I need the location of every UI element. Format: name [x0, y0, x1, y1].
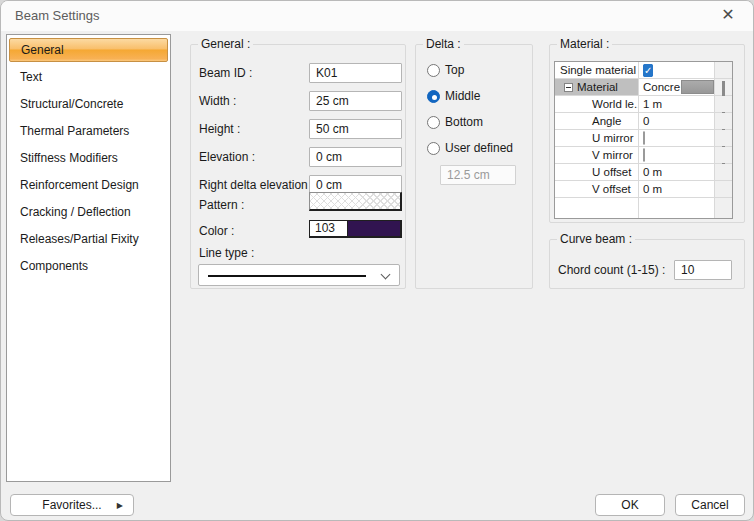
world-length-value: 1 m: [639, 96, 715, 112]
scrollbar-track: [715, 96, 732, 112]
radio-middle-label: Middle: [445, 89, 480, 103]
material-value-cell: Concre: [639, 79, 715, 95]
title-bar: Beam Settings ✕: [1, 1, 753, 31]
elevation-label: Elevation :: [199, 147, 255, 167]
delta-group-title: Delta :: [423, 37, 464, 51]
elevation-input[interactable]: 0 cm: [309, 147, 402, 167]
single-material-cell: ✓: [639, 62, 715, 78]
sidebar-item-general[interactable]: General: [9, 38, 168, 62]
radio-top-label: Top: [445, 63, 464, 77]
u-mirror-cell: [639, 130, 715, 146]
category-sidebar: General Text Structural/Concrete Thermal…: [6, 34, 171, 482]
angle-label: Angle: [555, 113, 639, 129]
table-row-single-material[interactable]: Single material ✓: [555, 62, 732, 79]
checkbox-unchecked-icon[interactable]: [643, 148, 645, 162]
pattern-label: Pattern :: [199, 195, 244, 215]
cancel-button[interactable]: Cancel: [675, 494, 745, 516]
favorites-button[interactable]: Favorites... ▶: [10, 494, 134, 516]
sidebar-item-stiffness-modifiers[interactable]: Stiffness Modifiers: [9, 146, 168, 170]
material-group: Material : Single material ✓ Material Co…: [549, 44, 745, 223]
chevron-down-icon: [382, 271, 390, 279]
scrollbar-track: [715, 79, 732, 95]
table-row-v-offset[interactable]: V offset 0 m: [555, 181, 732, 198]
general-group: General : Beam ID : K01 Width : 25 cm He…: [190, 44, 406, 289]
width-input[interactable]: 25 cm: [309, 91, 402, 111]
world-length-label: World le...: [555, 96, 639, 112]
v-mirror-label: V mirror: [555, 147, 639, 163]
color-label: Color :: [199, 221, 234, 241]
material-property-grid: Single material ✓ Material Concre Worl: [554, 61, 733, 219]
window-title: Beam Settings: [15, 1, 100, 31]
scrollbar-track: [715, 164, 732, 180]
table-row-angle[interactable]: Angle 0: [555, 113, 732, 130]
table-row-u-offset[interactable]: U offset 0 m: [555, 164, 732, 181]
sidebar-item-reinforcement-design[interactable]: Reinforcement Design: [9, 173, 168, 197]
scrollbar-track: [715, 62, 732, 78]
scrollbar-track: [715, 113, 732, 129]
chord-count-label: Chord count (1-15) :: [558, 260, 665, 280]
beam-id-input[interactable]: K01: [309, 63, 402, 83]
v-offset-value: 0 m: [639, 181, 715, 197]
browse-material-button[interactable]: [681, 80, 714, 94]
chord-count-input[interactable]: 10: [674, 260, 732, 280]
beam-settings-dialog: Beam Settings ✕ General Text Structural/…: [0, 0, 754, 521]
favorites-label: Favorites...: [42, 498, 101, 512]
radio-top[interactable]: Top: [427, 62, 464, 78]
line-type-dropdown[interactable]: [198, 264, 400, 286]
sidebar-item-components[interactable]: Components: [9, 254, 168, 278]
close-icon[interactable]: ✕: [711, 1, 745, 31]
color-swatch: [348, 221, 400, 236]
right-delta-elevation-label: Right delta elevation: [199, 175, 308, 195]
v-offset-label: V offset: [555, 181, 639, 197]
collapse-icon[interactable]: [564, 83, 573, 92]
color-number: 103: [310, 221, 348, 236]
table-row-world-length[interactable]: World le... 1 m: [555, 96, 732, 113]
general-group-title: General :: [198, 37, 253, 51]
radio-middle[interactable]: Middle: [427, 88, 480, 104]
radio-selected-icon: [427, 90, 440, 103]
material-group-title: Material :: [557, 37, 612, 51]
material-row-label: Material: [555, 79, 639, 95]
radio-bottom[interactable]: Bottom: [427, 114, 483, 130]
radio-icon: [427, 142, 440, 155]
radio-user-defined[interactable]: User defined: [427, 140, 513, 156]
color-picker[interactable]: 103: [309, 220, 402, 238]
scrollbar-track: [715, 181, 732, 197]
user-defined-input[interactable]: 12.5 cm: [440, 165, 516, 185]
radio-icon: [427, 116, 440, 129]
table-row-empty: [555, 198, 732, 218]
scrollbar-track: [715, 130, 732, 146]
curve-beam-group: Curve beam : Chord count (1-15) : 10: [549, 239, 745, 289]
u-offset-label: U offset: [555, 164, 639, 180]
checkbox-checked-icon[interactable]: ✓: [643, 64, 653, 77]
height-input[interactable]: 50 cm: [309, 119, 402, 139]
sidebar-item-cracking-deflection[interactable]: Cracking / Deflection: [9, 200, 168, 224]
delta-group: Delta : Top Middle Bottom User defined 1…: [415, 44, 533, 289]
scrollbar-track: [715, 198, 732, 218]
line-type-label: Line type :: [199, 243, 254, 263]
v-mirror-cell: [639, 147, 715, 163]
sidebar-item-thermal-parameters[interactable]: Thermal Parameters: [9, 119, 168, 143]
angle-value: 0: [639, 113, 715, 129]
curve-beam-group-title: Curve beam :: [557, 232, 635, 246]
sidebar-item-releases-partial-fixity[interactable]: Releases/Partial Fixity: [9, 227, 168, 251]
single-material-label: Single material: [555, 62, 639, 78]
ok-button[interactable]: OK: [595, 494, 665, 516]
checkbox-unchecked-icon[interactable]: [643, 131, 645, 145]
radio-icon: [427, 64, 440, 77]
scrollbar-track: [715, 147, 732, 163]
table-row-material[interactable]: Material Concre: [555, 79, 732, 96]
width-label: Width :: [199, 91, 236, 111]
radio-bottom-label: Bottom: [445, 115, 483, 129]
u-offset-value: 0 m: [639, 164, 715, 180]
u-mirror-label: U mirror: [555, 130, 639, 146]
arrow-right-icon: ▶: [117, 495, 123, 517]
height-label: Height :: [199, 119, 240, 139]
pattern-button[interactable]: [309, 192, 402, 211]
beam-id-label: Beam ID :: [199, 63, 252, 83]
table-row-v-mirror[interactable]: V mirror: [555, 147, 732, 164]
sidebar-item-text[interactable]: Text: [9, 65, 168, 89]
sidebar-item-structural-concrete[interactable]: Structural/Concrete: [9, 92, 168, 116]
radio-user-defined-label: User defined: [445, 141, 513, 155]
table-row-u-mirror[interactable]: U mirror: [555, 130, 732, 147]
